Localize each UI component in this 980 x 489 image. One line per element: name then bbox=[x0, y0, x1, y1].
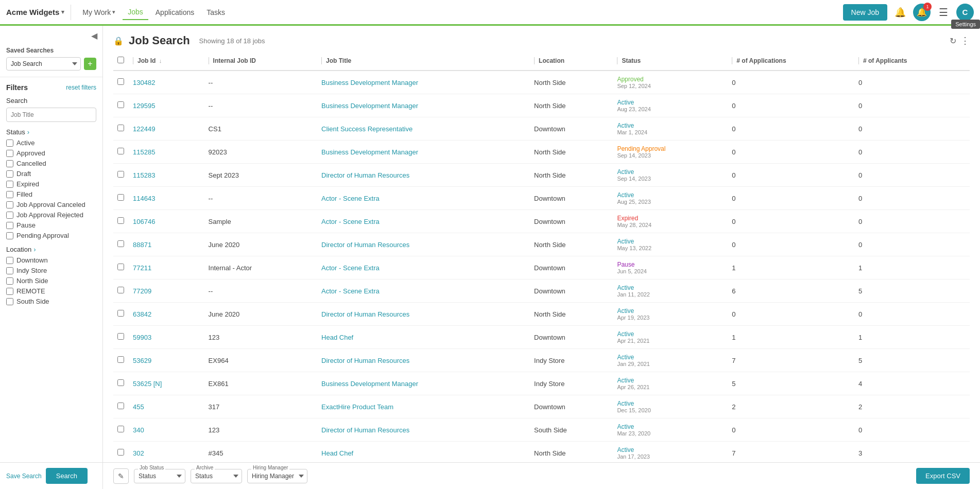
status-filter-label[interactable]: Status › bbox=[6, 128, 96, 136]
status-approved-checkbox-item[interactable]: Approved bbox=[6, 149, 96, 157]
row-checkbox-cell[interactable] bbox=[113, 372, 129, 395]
brand[interactable]: Acme Widgets ▾ bbox=[6, 8, 64, 16]
row-location: North Side bbox=[530, 71, 613, 94]
row-checkbox-cell[interactable] bbox=[113, 233, 129, 256]
row-checkbox-cell[interactable] bbox=[113, 164, 129, 187]
saved-search-select[interactable]: Job Search bbox=[6, 57, 81, 71]
loc-indy-checkbox-item[interactable]: Indy Store bbox=[6, 267, 96, 274]
col-job-id[interactable]: Job Id ↓ bbox=[129, 51, 204, 71]
status-jac-checkbox[interactable] bbox=[6, 201, 13, 208]
bell-icon-button[interactable]: 🔔 bbox=[891, 4, 909, 21]
more-options-button[interactable]: ⋮ bbox=[960, 35, 970, 46]
row-checkbox[interactable] bbox=[117, 217, 124, 224]
row-checkbox[interactable] bbox=[117, 240, 124, 247]
loc-southside-checkbox-item[interactable]: South Side bbox=[6, 298, 96, 305]
row-checkbox-cell[interactable] bbox=[113, 71, 129, 94]
collapse-sidebar-button[interactable]: ◀ bbox=[91, 31, 97, 41]
loc-downtown-checkbox[interactable] bbox=[6, 257, 13, 264]
row-checkbox[interactable] bbox=[117, 426, 124, 432]
row-checkbox[interactable] bbox=[117, 101, 124, 108]
row-checkbox[interactable] bbox=[117, 333, 124, 340]
col-num-applicants[interactable]: # of Applicants bbox=[854, 51, 970, 71]
row-checkbox-cell[interactable] bbox=[113, 442, 129, 463]
row-checkbox-cell[interactable] bbox=[113, 187, 129, 210]
row-checkbox[interactable] bbox=[117, 125, 124, 131]
edit-button[interactable]: ✎ bbox=[113, 468, 129, 484]
notification-button[interactable]: 🔔 1 bbox=[913, 4, 931, 21]
job-title-search-input[interactable] bbox=[6, 108, 96, 122]
select-all-checkbox[interactable] bbox=[117, 57, 124, 63]
row-checkbox-cell[interactable] bbox=[113, 256, 129, 280]
status-active-checkbox-item[interactable]: Active bbox=[6, 139, 96, 147]
row-checkbox[interactable] bbox=[117, 379, 124, 386]
nav-my-work[interactable]: My Work ▾ bbox=[77, 5, 121, 20]
row-checkbox[interactable] bbox=[117, 310, 124, 317]
col-status[interactable]: Status bbox=[613, 51, 728, 71]
status-draft-checkbox[interactable] bbox=[6, 170, 13, 178]
status-approved-checkbox[interactable] bbox=[6, 150, 13, 157]
status-jar-checkbox[interactable] bbox=[6, 212, 13, 219]
status-draft-checkbox-item[interactable]: Draft bbox=[6, 170, 96, 178]
status-cancelled-checkbox[interactable] bbox=[6, 160, 13, 167]
status-cancelled-checkbox-item[interactable]: Cancelled bbox=[6, 160, 96, 167]
menu-button[interactable]: ☰ bbox=[935, 4, 952, 21]
col-job-title[interactable]: Job Title bbox=[317, 51, 530, 71]
archive-filter-select[interactable]: Status bbox=[191, 469, 242, 483]
hiring-manager-filter-select[interactable]: Hiring Manager bbox=[247, 469, 307, 483]
row-checkbox[interactable] bbox=[117, 148, 124, 154]
col-location[interactable]: Location bbox=[530, 51, 613, 71]
export-csv-button[interactable]: Export CSV bbox=[916, 468, 970, 484]
col-num-applications[interactable]: # of Applications bbox=[728, 51, 854, 71]
nav-tasks[interactable]: Tasks bbox=[201, 5, 230, 20]
loc-remote-checkbox-item[interactable]: REMOTE bbox=[6, 287, 96, 295]
row-checkbox[interactable] bbox=[117, 449, 124, 456]
select-all-header[interactable] bbox=[113, 51, 129, 71]
row-checkbox-cell[interactable] bbox=[113, 395, 129, 418]
row-checkbox-cell[interactable] bbox=[113, 280, 129, 303]
nav-applications[interactable]: Applications bbox=[150, 5, 200, 20]
row-checkbox-cell[interactable] bbox=[113, 303, 129, 326]
refresh-button[interactable]: ↻ bbox=[950, 36, 956, 46]
row-checkbox[interactable] bbox=[117, 194, 124, 201]
location-filter-label[interactable]: Location › bbox=[6, 246, 96, 253]
loc-northside-checkbox-item[interactable]: North Side bbox=[6, 277, 96, 285]
status-expired-checkbox[interactable] bbox=[6, 181, 13, 188]
row-checkbox-cell[interactable] bbox=[113, 326, 129, 349]
row-checkbox[interactable] bbox=[117, 287, 124, 293]
status-filled-checkbox-item[interactable]: Filled bbox=[6, 190, 96, 198]
row-checkbox-cell[interactable] bbox=[113, 349, 129, 372]
status-pause-checkbox[interactable] bbox=[6, 222, 13, 229]
row-checkbox-cell[interactable] bbox=[113, 210, 129, 233]
row-checkbox[interactable] bbox=[117, 356, 124, 363]
loc-downtown-checkbox-item[interactable]: Downtown bbox=[6, 256, 96, 264]
loc-southside-checkbox[interactable] bbox=[6, 298, 13, 305]
status-active-checkbox[interactable] bbox=[6, 139, 13, 147]
search-button[interactable]: Search bbox=[46, 468, 88, 484]
loc-remote-checkbox[interactable] bbox=[6, 288, 13, 295]
loc-northside-checkbox[interactable] bbox=[6, 277, 13, 285]
status-pause-checkbox-item[interactable]: Pause bbox=[6, 221, 96, 229]
status-expired-checkbox-item[interactable]: Expired bbox=[6, 180, 96, 188]
row-checkbox[interactable] bbox=[117, 78, 124, 85]
save-search-link[interactable]: Save Search bbox=[6, 473, 42, 480]
row-checkbox-cell[interactable] bbox=[113, 141, 129, 164]
row-checkbox[interactable] bbox=[117, 264, 124, 270]
status-jar-checkbox-item[interactable]: Job Approval Rejected bbox=[6, 211, 96, 219]
add-saved-search-button[interactable]: + bbox=[84, 58, 96, 70]
status-jac-checkbox-item[interactable]: Job Approval Canceled bbox=[6, 201, 96, 208]
row-checkbox-cell[interactable] bbox=[113, 418, 129, 442]
job-status-filter-select[interactable]: Status bbox=[134, 469, 185, 483]
row-checkbox-cell[interactable] bbox=[113, 117, 129, 141]
nav-jobs[interactable]: Jobs bbox=[123, 5, 148, 20]
new-job-button[interactable]: New Job bbox=[843, 4, 887, 21]
row-checkbox[interactable] bbox=[117, 403, 124, 409]
status-pending-checkbox[interactable] bbox=[6, 232, 13, 239]
row-checkbox-cell[interactable] bbox=[113, 94, 129, 117]
col-internal-job-id[interactable]: Internal Job ID bbox=[204, 51, 317, 71]
loc-indy-checkbox[interactable] bbox=[6, 267, 13, 274]
status-pending-checkbox-item[interactable]: Pending Approval bbox=[6, 232, 96, 239]
avatar-button[interactable]: C bbox=[956, 4, 974, 21]
status-filled-checkbox[interactable] bbox=[6, 191, 13, 198]
reset-filters-link[interactable]: reset filters bbox=[66, 84, 96, 91]
row-checkbox[interactable] bbox=[117, 171, 124, 178]
